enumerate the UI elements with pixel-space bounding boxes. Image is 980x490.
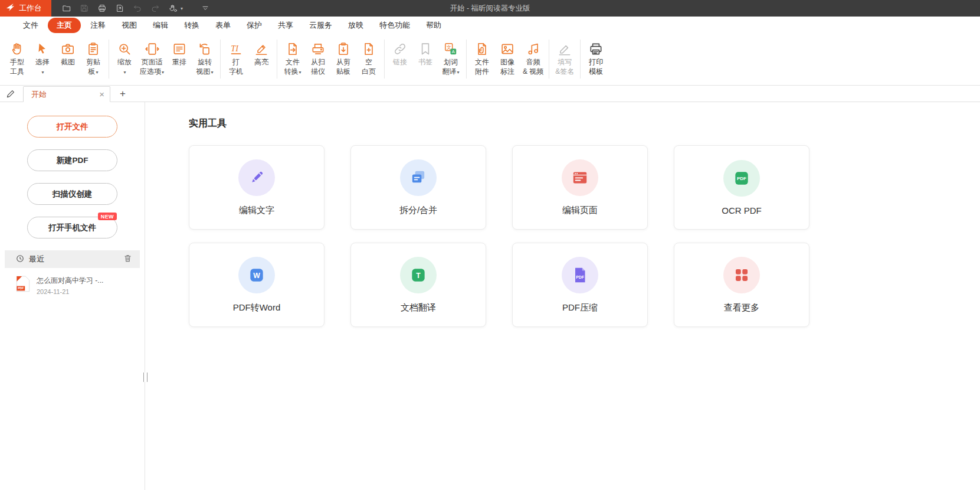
view-more-icon <box>723 257 760 293</box>
menu-protect[interactable]: 保护 <box>239 18 270 33</box>
typewriter-icon: TI <box>228 40 244 58</box>
ribbon-divider <box>220 40 221 79</box>
clear-recent-icon[interactable] <box>123 254 132 264</box>
titlebar: 工作台 ▾ 开始 - 福昕阅读器专业版 <box>0 0 980 17</box>
redo-icon[interactable] <box>147 1 163 15</box>
ribbon-typewriter-button[interactable]: TI打 字机 <box>224 39 248 77</box>
print-icon[interactable] <box>94 1 110 15</box>
ribbon-link-button[interactable]: 链接 <box>388 39 412 68</box>
ribbon-snapshot-button[interactable]: 截图 <box>56 39 80 68</box>
export-page-icon[interactable] <box>112 1 127 15</box>
menu-edit[interactable]: 编辑 <box>145 18 176 33</box>
customize-toolbar-icon[interactable] <box>197 1 213 15</box>
ribbon-reflow-button[interactable]: 重排 <box>168 39 191 68</box>
ribbon-from-clipboard-button[interactable]: 从剪 贴板 <box>332 39 355 77</box>
open-folder-icon[interactable] <box>58 1 74 15</box>
new-badge: NEW <box>98 213 117 220</box>
new-pdf-button[interactable]: 新建PDF <box>27 149 117 171</box>
word-translate-label: 划词 翻译▾ <box>443 58 460 76</box>
scanner-create-button[interactable]: 扫描仪创建 <box>27 183 117 205</box>
svg-text:TI: TI <box>231 44 239 53</box>
ribbon-toolbar: 手型 工具选择 ▾截图剪贴 板▾缩放 ▾页面适 应选项▾重排旋转 视图▾TI打 … <box>0 34 980 86</box>
pdf-to-word-icon: W <box>238 257 275 293</box>
view-more-label: 查看更多 <box>724 302 759 313</box>
menu-share[interactable]: 共享 <box>270 18 301 33</box>
card-split-merge[interactable]: 拆分/合并 <box>350 145 486 230</box>
touch-mode-icon[interactable] <box>165 1 181 15</box>
ribbon-group-7: 打印 模板 <box>581 39 611 77</box>
menu-features[interactable]: 特色功能 <box>372 18 418 33</box>
ribbon-fill-sign-button[interactable]: 填写 &签名 <box>553 39 576 77</box>
recent-file-title: 怎么面对高中学习 -... <box>37 276 103 286</box>
touch-mode-icon-caret[interactable]: ▾ <box>181 6 183 11</box>
ribbon-rotate-view-button[interactable]: 旋转 视图▾ <box>193 39 217 77</box>
split-merge-label: 拆分/合并 <box>399 205 437 216</box>
select-dropdown-caret: ▾ <box>41 70 44 75</box>
split-merge-icon <box>400 159 437 196</box>
pencil-icon[interactable] <box>6 89 15 99</box>
card-edit-text[interactable]: 编辑文字 <box>189 145 325 230</box>
ribbon-clipboard-button[interactable]: 剪贴 板▾ <box>81 39 105 77</box>
open-file-label: 打开文件 <box>57 122 89 132</box>
menu-home[interactable]: 主页 <box>48 18 81 33</box>
word-translate-icon: 文A <box>443 40 458 58</box>
svg-text:PDF: PDF <box>18 286 24 290</box>
reflow-icon <box>172 40 187 58</box>
recent-header: 最近 <box>5 250 140 268</box>
ocr-pdf-icon: PDF <box>723 160 760 197</box>
undo-icon[interactable] <box>129 1 145 15</box>
tab-close-icon[interactable]: × <box>99 90 104 99</box>
tab-start[interactable]: 开始 × <box>23 86 110 102</box>
card-doc-translate[interactable]: T文档翻译 <box>350 243 486 327</box>
select-label: 选择 ▾ <box>35 58 50 76</box>
menu-help[interactable]: 帮助 <box>418 18 449 33</box>
menu-file[interactable]: 文件 <box>15 18 46 33</box>
ribbon-from-scanner-button[interactable]: 从扫 描仪 <box>306 39 330 77</box>
menu-convert[interactable]: 转换 <box>176 18 207 33</box>
audio-video-label: 音频 & 视频 <box>523 58 543 76</box>
ribbon-print-template-button[interactable]: 打印 模板 <box>584 39 608 77</box>
ribbon-zoom-button[interactable]: 缩放 ▾ <box>113 39 136 77</box>
ribbon-bookmark-button[interactable]: 书签 <box>414 39 437 68</box>
scanner-create-label: 扫描仪创建 <box>53 189 93 200</box>
menu-cloud[interactable]: 云服务 <box>301 18 340 33</box>
ribbon-word-translate-button[interactable]: 文A划词 翻译▾ <box>439 39 463 77</box>
card-ocr-pdf[interactable]: PDFOCR PDF <box>674 145 809 230</box>
ribbon-blank-page-button[interactable]: 空 白页 <box>357 39 381 77</box>
file-convert-icon <box>285 40 300 58</box>
recent-file-item[interactable]: PDF怎么面对高中学习 -...2024-11-21 <box>0 268 145 295</box>
open-mobile-files-button[interactable]: 打开手机文件NEW <box>27 217 117 239</box>
ribbon-file-attachment-button[interactable]: 文件 附件 <box>470 39 494 77</box>
ribbon-audio-video-button[interactable]: 音频 & 视频 <box>521 39 545 77</box>
ribbon-page-fit-options-button[interactable]: 页面适 应选项▾ <box>138 39 166 77</box>
card-pdf-compress[interactable]: PDFPDF压缩 <box>512 243 648 327</box>
fill-sign-icon <box>557 40 572 58</box>
menu-comment[interactable]: 注释 <box>83 18 113 33</box>
ribbon-image-annotation-button[interactable]: 图像 标注 <box>496 39 519 77</box>
print-template-label: 打印 模板 <box>589 58 603 76</box>
select-icon <box>35 40 50 58</box>
menu-slideshow[interactable]: 放映 <box>340 18 371 33</box>
file-attachment-icon <box>474 40 490 58</box>
link-icon <box>392 40 408 58</box>
ribbon-hand-tool-button[interactable]: 手型 工具 <box>5 39 29 77</box>
quick-access-toolbar: ▾ <box>58 1 213 15</box>
sidebar-splitter-handle[interactable] <box>143 373 148 382</box>
page-fit-options-dropdown-caret: ▾ <box>162 70 164 75</box>
ribbon-file-convert-button[interactable]: 文件 转换▾ <box>281 39 304 77</box>
open-file-button[interactable]: 打开文件 <box>27 116 117 138</box>
menu-form[interactable]: 表单 <box>208 18 238 33</box>
card-view-more[interactable]: 查看更多 <box>674 243 809 327</box>
clipboard-label: 剪贴 板▾ <box>86 58 100 76</box>
save-icon[interactable] <box>76 1 92 15</box>
ribbon-group-2: TI打 字机高亮 <box>221 39 276 77</box>
new-tab-button[interactable]: + <box>120 88 126 100</box>
card-edit-pages[interactable]: 编辑页面 <box>512 145 648 230</box>
ribbon-select-button[interactable]: 选择 ▾ <box>31 39 54 77</box>
page-fit-options-icon <box>145 40 160 58</box>
menu-view[interactable]: 视图 <box>114 18 145 33</box>
card-pdf-to-word[interactable]: WPDF转Word <box>189 243 325 327</box>
workspace-button[interactable]: 工作台 <box>0 0 51 17</box>
ribbon-highlight-button[interactable]: 高亮 <box>250 39 273 68</box>
bookmark-label: 书签 <box>418 58 432 67</box>
